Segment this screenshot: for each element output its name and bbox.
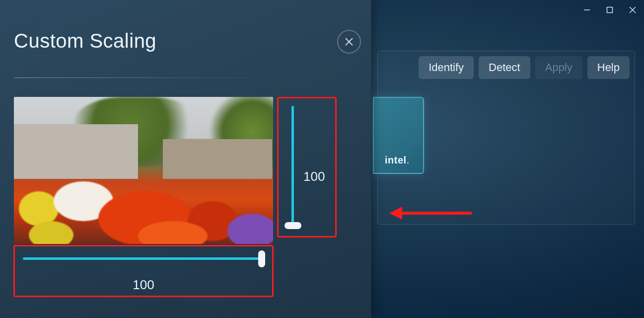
- intel-logo: intel.: [385, 155, 410, 166]
- window-controls: [575, 0, 644, 20]
- identify-button[interactable]: Identify: [419, 56, 474, 79]
- modal-close-button[interactable]: [337, 30, 361, 54]
- modal-title: Custom Scaling: [14, 30, 156, 52]
- vertical-scaling-slider-box: 100: [277, 97, 337, 238]
- close-icon: [629, 6, 636, 13]
- horizontal-scaling-slider-box: 100: [13, 245, 274, 297]
- close-window-button[interactable]: [621, 0, 644, 20]
- horizontal-slider-thumb[interactable]: [258, 250, 265, 267]
- vertical-scaling-value: 100: [303, 169, 325, 184]
- monitor-tile[interactable]: intel.: [373, 97, 424, 174]
- display-panel: Identify Detect Apply Help intel.: [377, 51, 635, 225]
- horizontal-scaling-value: 100: [15, 277, 272, 293]
- display-toolbar: Identify Detect Apply Help: [419, 56, 630, 79]
- app-window: Identify Detect Apply Help intel. Custom…: [0, 0, 644, 318]
- minimize-icon: [583, 6, 590, 13]
- vertical-slider-track[interactable]: [291, 106, 294, 226]
- maximize-button[interactable]: [598, 0, 621, 20]
- modal-separator: [14, 78, 252, 78]
- horizontal-slider-track[interactable]: [23, 257, 261, 260]
- apply-button: Apply: [535, 56, 582, 79]
- minimize-button[interactable]: [575, 0, 598, 20]
- svg-rect-1: [607, 7, 613, 13]
- custom-scaling-modal: Custom Scaling 100 100: [0, 0, 371, 318]
- maximize-icon: [606, 6, 613, 13]
- help-button[interactable]: Help: [587, 56, 630, 79]
- scaling-preview-image: [14, 97, 273, 244]
- vertical-slider-thumb[interactable]: [285, 222, 301, 229]
- detect-button[interactable]: Detect: [479, 56, 530, 79]
- close-icon: [345, 37, 354, 46]
